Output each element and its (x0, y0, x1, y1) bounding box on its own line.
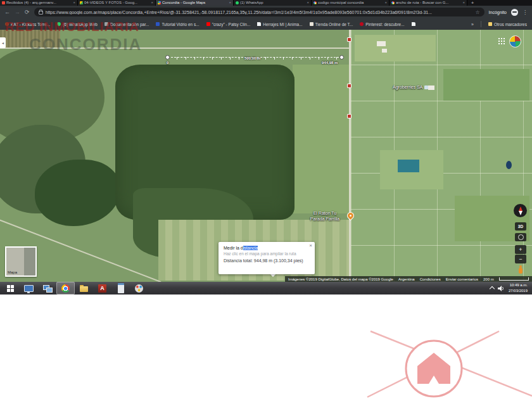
url-text[interactable]: https://www.google.com.ar/maps/place/Con… (46, 10, 473, 15)
tab-close-icon[interactable]: × (73, 0, 75, 6)
taskbar-network-button[interactable] (38, 282, 56, 294)
map-forest (35, 160, 120, 226)
tab-label: ancho de ruta - Buscar con G... (396, 0, 461, 6)
tab-whatsapp[interactable]: (1) WhatsApp × (234, 0, 312, 6)
address-bar[interactable]: https://www.google.com.ar/maps/place/Con… (34, 8, 484, 16)
minimap-toggle[interactable]: Mapa (5, 246, 37, 277)
other-bookmarks-button[interactable]: Otros marcadores (488, 22, 527, 27)
bookmark-pinterest[interactable]: Pinterest: descubre... (360, 22, 404, 27)
compass-needle-icon (519, 211, 522, 215)
sidebar-collapse-arrow[interactable]: ◂ (0, 37, 6, 48)
place-el-raton[interactable]: El Raton Tu Parada Parrilla (305, 210, 345, 222)
zoom-out-button[interactable]: − (515, 255, 526, 263)
bookmark-herrajes[interactable]: Herrajes MI | Anima... (257, 22, 302, 27)
page-favicon-icon (412, 22, 415, 26)
clock-time: 10:49 a.m. (509, 282, 528, 288)
taskbar-autocad-button[interactable]: A (93, 282, 111, 294)
scale-bar (499, 277, 529, 281)
tab-google-search-2[interactable]: ancho de ruta - Buscar con G... × (390, 0, 467, 6)
watermark-concordia: CONCORDIA (29, 35, 142, 54)
screen: Recibidos (4) - arq.germanv... × 04-VIDE… (0, 0, 532, 399)
tab-close-icon[interactable]: × (384, 0, 387, 6)
browser-menu-icon[interactable]: ⋮ (522, 10, 528, 15)
close-icon[interactable]: × (309, 243, 312, 248)
maps-favicon-icon (158, 1, 161, 4)
back-icon[interactable]: ← (4, 10, 10, 15)
measurement-start-handle[interactable] (165, 55, 170, 60)
taringa-favicon-icon (156, 22, 160, 26)
system-tray: 10:49 a.m. 27/03/2019 (490, 282, 531, 293)
tab-google-maps[interactable]: Concordia - Google Maps × (156, 0, 234, 6)
new-tab-button[interactable]: + (467, 0, 478, 6)
map-pond (398, 160, 419, 172)
map-settings-button[interactable] (515, 233, 526, 241)
taskbar-paint-button[interactable] (130, 282, 148, 294)
map-building (382, 49, 387, 53)
popup-hint: Haz clic en el mapa para ampliar la ruta (224, 251, 310, 256)
map-building (377, 41, 386, 46)
attribution-link-feedback[interactable]: Enviar comentarios (446, 277, 478, 281)
page-favicon-icon (257, 22, 261, 26)
windows-taskbar: A 10:49 a.m. 27/03/2019 (0, 282, 532, 294)
place-agroberries[interactable]: Agroberries SA (393, 85, 428, 89)
speaker-icon[interactable] (498, 286, 505, 291)
taskbar-computer-button[interactable] (20, 282, 38, 294)
tab-close-icon[interactable]: × (229, 0, 231, 6)
start-button[interactable] (1, 282, 20, 294)
autocad-icon: A (98, 284, 106, 293)
bookmark-label: "crazy" - Patsy Clin... (212, 22, 251, 27)
tab-close-icon[interactable]: × (151, 0, 153, 6)
taskbar-calculator-button[interactable] (111, 282, 130, 294)
selected-text: istancia (243, 246, 258, 250)
tab-google-search-1[interactable]: codigo municipal concordia × (312, 0, 390, 6)
google-apps-grid-icon[interactable] (498, 37, 505, 44)
windows-logo-icon (7, 285, 14, 292)
network-computers-icon (43, 285, 52, 292)
bookmark-untitled[interactable] (412, 22, 417, 26)
minimap-label: Mapa (8, 270, 17, 274)
route-shield-icon (347, 114, 352, 118)
map-field (293, 65, 350, 213)
attribution-link-argentina[interactable]: Argentina (398, 277, 415, 281)
forward-icon[interactable]: → (15, 10, 20, 15)
tab-label: 04-VIDEOS Y FOTOS - Goog... (84, 0, 149, 6)
satellite-map[interactable]: 0 500,00 m 944,98 m Agroberries SA El Ra… (0, 30, 532, 282)
youtube-favicon-icon (206, 22, 210, 26)
tab-close-icon[interactable]: × (462, 0, 465, 6)
incognito-label: Incógnito (489, 10, 507, 15)
route-shield-icon (347, 37, 352, 42)
reload-icon[interactable]: ⟳ (25, 10, 30, 15)
map-road-vertical (349, 30, 351, 282)
3d-view-button[interactable]: 3D (515, 222, 526, 231)
minimap-thumbnail (24, 248, 35, 276)
zoom-in-button[interactable]: + (515, 245, 526, 254)
calculator-icon (118, 283, 124, 293)
gmail-favicon-icon (2, 1, 5, 4)
tab-gmail[interactable]: Recibidos (4) - arq.germanv... × (0, 0, 78, 6)
tab-strip: Recibidos (4) - arq.germanv... × 04-VIDE… (0, 0, 532, 6)
bookmarks-overflow-icon[interactable]: » (471, 22, 474, 27)
taskbar-clock[interactable]: 10:49 a.m. 27/03/2019 (509, 282, 528, 293)
pegman-street-view-icon[interactable] (517, 265, 524, 274)
tray-expand-icon[interactable] (490, 286, 495, 291)
measurement-end-handle[interactable] (339, 55, 344, 60)
taskbar-explorer-button[interactable] (75, 282, 93, 294)
tab-drive-videos[interactable]: 04-VIDEOS Y FOTOS - Goog... × (78, 0, 156, 6)
map-parcel (355, 35, 436, 61)
tab-label: Recibidos (4) - arq.germanv... (6, 0, 72, 6)
map-parcel (443, 69, 529, 101)
account-avatar[interactable] (509, 35, 521, 48)
browser-toolbar: ← → ⟳ https://www.google.com.ar/maps/pla… (0, 6, 532, 18)
map-pond (506, 161, 512, 169)
taskbar-chrome-button[interactable] (56, 282, 75, 294)
compass-control[interactable] (514, 204, 527, 217)
tab-label: (1) WhatsApp (240, 0, 305, 6)
attribution-link-condiciones[interactable]: Condiciones (420, 277, 441, 281)
bookmark-star-icon[interactable]: ☆ (475, 10, 479, 15)
incognito-icon (511, 9, 518, 16)
bookmark-tutorial-vidrio[interactable]: Tutorial Vidrio en s... (156, 22, 199, 27)
bookmark-tienda[interactable]: Tienda Online de T... (310, 22, 353, 27)
pinterest-favicon-icon (360, 22, 364, 26)
bookmark-crazy-patsy[interactable]: "crazy" - Patsy Clin... (206, 22, 251, 27)
tab-close-icon[interactable]: × (307, 0, 309, 6)
